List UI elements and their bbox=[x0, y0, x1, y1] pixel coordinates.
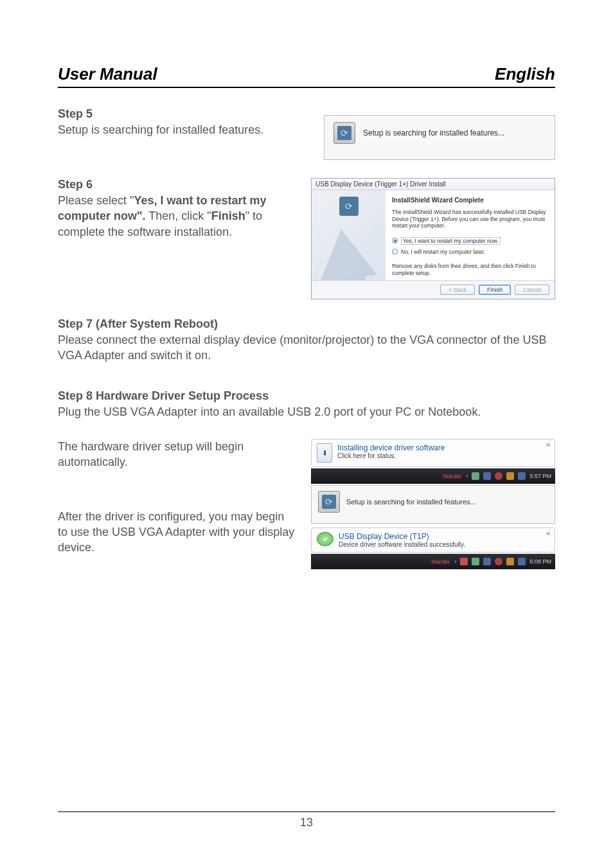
dlg-paragraph: The InstallShield Wizard has successfull… bbox=[392, 209, 548, 229]
installer-icon: ⟳ bbox=[333, 122, 355, 144]
screenshot-searching-2: ⟳ Setup is searching for installed featu… bbox=[311, 485, 555, 524]
step8-text: Plug the USB VGA Adapter into an availab… bbox=[58, 404, 555, 420]
success-check-icon: ✔ bbox=[317, 532, 333, 546]
tray-error-icon[interactable] bbox=[495, 472, 502, 480]
dlg-heading: InstallShield Wizard Complete bbox=[392, 197, 548, 204]
balloon1-title: Installing device driver software bbox=[337, 443, 445, 452]
balloon2-title: USB Display Device (T1P) bbox=[339, 532, 465, 541]
step7-text: Please connect the external display devi… bbox=[58, 332, 555, 364]
scr1-text: Setup is searching for installed feature… bbox=[363, 128, 504, 137]
step6-heading: Step 6 bbox=[58, 178, 296, 191]
finish-button[interactable]: Finish bbox=[479, 285, 511, 295]
radio-dot-selected-icon bbox=[392, 238, 398, 244]
close-icon[interactable]: ✕ bbox=[546, 530, 551, 537]
taskbar-1: Test Mo ‹ 5:57 PM bbox=[311, 468, 555, 484]
tray-icon[interactable] bbox=[483, 558, 491, 565]
dlg-note: Remove any disks from their drives, and … bbox=[392, 263, 548, 276]
screenshot-searching-1: ⟳ Setup is searching for installed featu… bbox=[324, 115, 555, 160]
step7-heading: Step 7 (After System Reboot) bbox=[58, 317, 555, 331]
step8-para-a: The hardware driver setup will begin aut… bbox=[58, 439, 296, 470]
step5-heading: Step 5 bbox=[58, 107, 296, 121]
radio-label-no: No, I will restart my computer later. bbox=[401, 249, 485, 255]
radio-dot-icon bbox=[392, 249, 398, 254]
dlg-footer: < Back Finish Cancel bbox=[312, 280, 555, 299]
tray-icon[interactable] bbox=[518, 558, 526, 565]
page-header: User Manual English bbox=[58, 64, 555, 88]
screenshot-driver-stack: ⬇ Installing device driver software Clic… bbox=[311, 439, 555, 569]
tray-icon[interactable] bbox=[472, 558, 479, 565]
header-left: User Manual bbox=[58, 64, 157, 84]
step5-text: Setup is searching for installed feature… bbox=[58, 122, 296, 137]
installer-icon: ⟳ bbox=[339, 197, 359, 216]
screenshot-installshield: USB Display Device (Trigger 1+) Driver I… bbox=[311, 178, 555, 299]
balloon2-sub: Device driver software installed success… bbox=[339, 541, 465, 548]
page-footer: 13 bbox=[58, 811, 555, 829]
cancel-button[interactable]: Cancel bbox=[515, 285, 549, 295]
tray-error-icon[interactable] bbox=[495, 558, 502, 565]
test-mode-tag: Test Mo bbox=[430, 559, 450, 565]
tray-icon[interactable] bbox=[518, 472, 526, 480]
tray-icon[interactable] bbox=[472, 472, 479, 480]
radio-label-yes: Yes, I want to restart my computer now. bbox=[401, 237, 501, 245]
close-icon[interactable]: ✕ bbox=[546, 441, 551, 448]
taskbar-2: Test Mo ‹ 6:08 PM bbox=[311, 554, 555, 569]
test-mode-tag: Test Mo bbox=[441, 474, 462, 479]
radio-restart-now[interactable]: Yes, I want to restart my computer now. bbox=[392, 237, 548, 245]
dlg-title: USB Display Device (Trigger 1+) Driver I… bbox=[312, 179, 555, 190]
installer-icon: ⟳ bbox=[318, 491, 340, 513]
radio-restart-later[interactable]: No, I will restart my computer later. bbox=[392, 249, 548, 255]
balloon-success[interactable]: ✔ USB Display Device (T1P) Device driver… bbox=[311, 527, 555, 553]
back-button[interactable]: < Back bbox=[440, 285, 475, 295]
taskbar1-time: 5:57 PM bbox=[529, 473, 551, 479]
page-number: 13 bbox=[300, 816, 313, 829]
tray-icon[interactable] bbox=[506, 558, 514, 565]
chevron-left-icon[interactable]: ‹ bbox=[454, 558, 456, 565]
step8-para-b: After the driver is configured, you may … bbox=[58, 509, 296, 556]
scr3-text: Setup is searching for installed feature… bbox=[346, 498, 476, 506]
tray-icon[interactable] bbox=[483, 472, 491, 480]
balloon1-sub: Click here for status. bbox=[337, 452, 445, 459]
tray-icon[interactable] bbox=[460, 558, 468, 565]
balloon-installing[interactable]: ⬇ Installing device driver software Clic… bbox=[311, 439, 555, 467]
step6-text: Please select "Yes, I want to restart my… bbox=[58, 193, 296, 240]
tray-icon[interactable] bbox=[506, 472, 514, 480]
header-right: English bbox=[495, 64, 555, 84]
step8-heading: Step 8 Hardware Driver Setup Process bbox=[58, 389, 555, 403]
driver-install-icon: ⬇ bbox=[317, 443, 332, 463]
taskbar2-time: 6:08 PM bbox=[529, 558, 551, 565]
dlg-banner: ⟳ bbox=[312, 190, 386, 280]
chevron-left-icon[interactable]: ‹ bbox=[466, 473, 468, 479]
